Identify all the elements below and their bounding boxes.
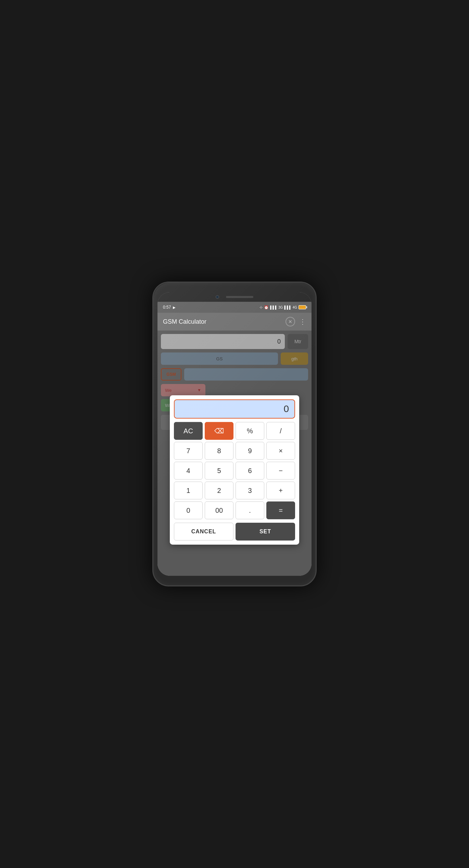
app-title: GSM Calculator <box>163 318 206 325</box>
screen-content: 0:57 ▶ ⊹ ⏰ ▌▌▌ 3G ▌▌▌ 4G GSM Calculator … <box>157 302 312 576</box>
percent-button[interactable]: % <box>236 422 264 440</box>
delete-button[interactable]: ⌫ <box>205 422 233 440</box>
battery-icon <box>299 305 306 309</box>
eight-button[interactable]: 8 <box>205 442 233 460</box>
calc-display: 0 <box>174 399 295 419</box>
nine-button[interactable]: 9 <box>236 442 264 460</box>
status-right: ⊹ ⏰ ▌▌▌ 3G ▌▌▌ 4G <box>259 305 306 310</box>
calculator-dialog: 0 AC ⌫ % <box>170 395 299 545</box>
bluetooth-icon: ⊹ <box>259 305 263 310</box>
two-button[interactable]: 2 <box>205 482 233 499</box>
five-button[interactable]: 5 <box>205 462 233 480</box>
calc-bottom-buttons: CANCEL SET <box>174 523 295 541</box>
decimal-button[interactable]: . <box>236 501 264 519</box>
alarm-icon: ⏰ <box>264 305 269 310</box>
multiply-button[interactable]: × <box>266 442 295 460</box>
calc-grid: AC ⌫ % / 7 <box>174 422 295 519</box>
one-button[interactable]: 1 <box>174 482 203 499</box>
main-body: 0 Mtr GS gth <box>157 331 312 576</box>
status-left: 0:57 ▶ <box>163 305 176 310</box>
ac-button[interactable]: AC <box>174 422 203 440</box>
four-button[interactable]: 4 <box>174 462 203 480</box>
status-bar: 0:57 ▶ ⊹ ⏰ ▌▌▌ 3G ▌▌▌ 4G <box>157 302 312 313</box>
six-button[interactable]: 6 <box>236 462 264 480</box>
seven-button[interactable]: 7 <box>174 442 203 460</box>
app-header: GSM Calculator ✕ ⋮ <box>157 313 312 331</box>
add-button[interactable]: + <box>266 482 295 499</box>
header-icons: ✕ ⋮ <box>286 317 306 326</box>
zero-button[interactable]: 0 <box>174 501 203 519</box>
phone-frame: 0:57 ▶ ⊹ ⏰ ▌▌▌ 3G ▌▌▌ 4G GSM Calculator … <box>152 282 317 586</box>
divide-button[interactable]: / <box>266 422 295 440</box>
phone-screen: 0:57 ▶ ⊹ ⏰ ▌▌▌ 3G ▌▌▌ 4G GSM Calculator … <box>157 292 312 576</box>
signal-4g: ▌▌▌ 4G <box>284 306 297 309</box>
calc-display-value: 0 <box>283 404 289 414</box>
set-button[interactable]: SET <box>236 523 295 541</box>
equals-button[interactable]: = <box>266 501 295 519</box>
signal-3g: ▌▌▌ 3G <box>270 306 283 309</box>
cancel-button[interactable]: CANCEL <box>174 523 233 541</box>
notch-area <box>157 292 312 302</box>
speaker-grille <box>226 296 253 298</box>
time-display: 0:57 <box>163 305 171 310</box>
double-zero-button[interactable]: 00 <box>205 501 233 519</box>
subtract-button[interactable]: − <box>266 462 295 480</box>
youtube-icon: ▶ <box>173 306 176 309</box>
close-app-button[interactable]: ✕ <box>286 317 295 326</box>
menu-icon[interactable]: ⋮ <box>299 318 306 326</box>
three-button[interactable]: 3 <box>236 482 264 499</box>
camera-dot <box>216 295 219 299</box>
